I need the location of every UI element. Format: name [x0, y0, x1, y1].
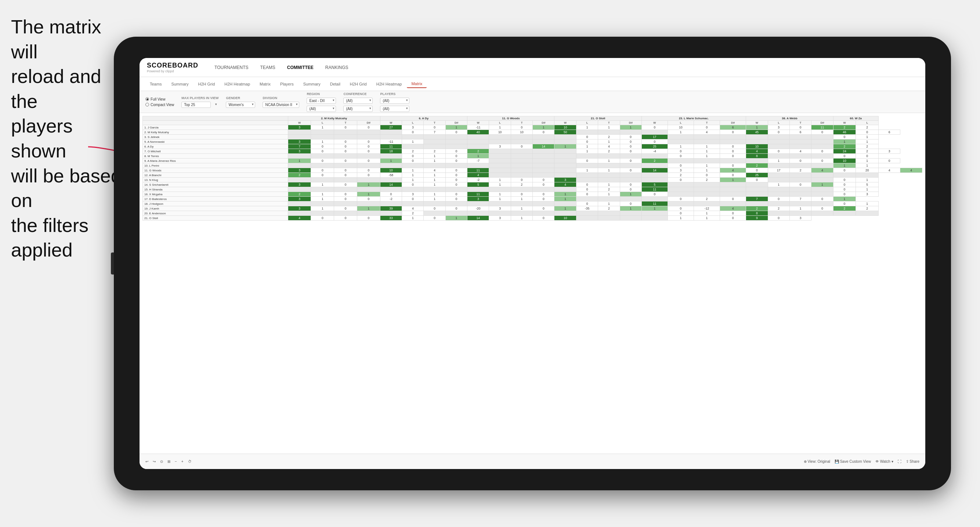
- matrix-cell: 3: [468, 197, 489, 202]
- matrix-cell: [334, 154, 357, 159]
- refresh-button[interactable]: ⊙: [160, 459, 163, 464]
- subnav-h2h-heatmap[interactable]: H2H Heatmap: [220, 80, 255, 88]
- matrix-cell: 0: [402, 197, 424, 202]
- view-options: Full View Compact View: [145, 97, 174, 107]
- matrix-cell: 14: [533, 144, 554, 149]
- sh-w4: W: [554, 121, 576, 125]
- matrix-cell: 0: [402, 159, 424, 163]
- nav-teams[interactable]: TEAMS: [255, 63, 280, 72]
- matrix-cell: [468, 163, 489, 168]
- matrix-cell: 7: [288, 144, 311, 149]
- matrix-cell: 8: [746, 154, 768, 159]
- logo-title: SCOREBOARD: [147, 62, 198, 69]
- matrix-cell: 1: [424, 159, 445, 163]
- sh-l7: L: [856, 121, 879, 125]
- player-name-cell: 14. S Srichantamit: [143, 183, 288, 187]
- matrix-cell: 0: [620, 140, 641, 144]
- sh-l1: L: [311, 121, 334, 125]
- timer-button[interactable]: ⏱: [188, 459, 192, 464]
- matrix-cell: 5: [641, 183, 668, 187]
- players-select[interactable]: (All): [380, 98, 409, 104]
- watch-button[interactable]: 👁 Watch ▾: [875, 459, 893, 464]
- subnav-summary2[interactable]: Summary: [299, 80, 325, 88]
- content-area[interactable]: 2. M Kelly Mulcahy 6. A Dy 11. G Woods 2…: [140, 113, 925, 454]
- subnav-players[interactable]: Players: [276, 80, 298, 88]
- matrix-cell: 0: [445, 130, 467, 135]
- matrix-cell: [533, 154, 554, 159]
- matrix-cell: 0: [641, 140, 668, 144]
- conference-select[interactable]: (All): [343, 98, 373, 104]
- zoom-out-button[interactable]: −: [175, 459, 177, 464]
- player-name-cell: 15. H Stranda: [143, 187, 288, 192]
- matrix-cell: [288, 130, 311, 135]
- matrix-cell: [288, 211, 311, 216]
- matrix-cell: [511, 159, 532, 163]
- subnav-summary[interactable]: Summary: [167, 80, 193, 88]
- subnav-detail[interactable]: Detail: [326, 80, 345, 88]
- matrix-cell: [489, 202, 511, 206]
- player-name-cell: 18. J Hodgson: [143, 202, 288, 206]
- region-sub-select[interactable]: (All): [307, 106, 336, 112]
- undo-button[interactable]: ↩: [145, 459, 148, 464]
- redo-button[interactable]: ↪: [153, 459, 156, 464]
- subnav-teams[interactable]: Teams: [145, 80, 166, 88]
- players-sub-select[interactable]: (All): [380, 106, 409, 112]
- subnav-h2h-grid2[interactable]: H2H Grid: [345, 80, 371, 88]
- matrix-cell: 1: [489, 178, 511, 183]
- full-view-radio[interactable]: [145, 97, 149, 101]
- share-button[interactable]: ⇪ Share: [906, 459, 920, 464]
- matrix-cell: 0: [720, 149, 746, 154]
- max-players-select[interactable]: Top 25: [181, 102, 211, 108]
- sub-navigation: Teams Summary H2H Grid H2H Heatmap Matri…: [140, 77, 925, 91]
- matrix-cell: 1: [576, 149, 598, 154]
- matrix-cell: [445, 211, 467, 216]
- matrix-cell: 0: [334, 206, 357, 211]
- matrix-cell: 1: [445, 216, 467, 221]
- subnav-matrix[interactable]: Matrix: [255, 80, 275, 88]
- zoom-fit-button[interactable]: ⊞: [167, 459, 170, 464]
- region-select[interactable]: East - DII: [307, 98, 336, 104]
- nav-committee[interactable]: COMMITTEE: [282, 63, 319, 72]
- subnav-h2h-grid[interactable]: H2H Grid: [194, 80, 219, 88]
- matrix-cell: 4: [746, 149, 768, 154]
- conference-sub-select[interactable]: (All): [343, 106, 373, 112]
- matrix-cell: 1: [789, 206, 811, 211]
- matrix-cell: [554, 211, 576, 216]
- division-select[interactable]: NCAA Division II: [262, 102, 299, 108]
- matrix-cell: [620, 173, 641, 178]
- matrix-cell: [746, 183, 768, 187]
- gender-select[interactable]: Women's: [226, 102, 255, 108]
- zoom-in-button[interactable]: +: [181, 459, 184, 464]
- save-custom-view-button[interactable]: 💾 Save Custom View: [835, 459, 871, 464]
- matrix-cell: [598, 173, 620, 178]
- matrix-cell: 0: [357, 125, 380, 130]
- matrix-cell: [620, 197, 641, 202]
- nav-tournaments[interactable]: TOURNAMENTS: [209, 63, 253, 72]
- matrix-cell: 2: [641, 159, 668, 163]
- matrix-cell: 11: [468, 168, 489, 173]
- compact-view-option[interactable]: Compact View: [145, 103, 174, 107]
- fullscreen-button[interactable]: ⛶: [898, 459, 901, 464]
- matrix-cell: 1: [554, 144, 576, 149]
- matrix-cell: 0: [311, 144, 334, 149]
- player-name-cell: 12. A Bianchi: [143, 173, 288, 178]
- player-name-cell: 21. O Stoll: [143, 216, 288, 221]
- matrix-cell: [445, 187, 467, 192]
- view-original-button[interactable]: ⊕ View: Original: [804, 459, 830, 464]
- subnav-h2h-heatmap2[interactable]: H2H Heatmap: [372, 80, 406, 88]
- full-view-option[interactable]: Full View: [145, 97, 174, 101]
- nav-rankings[interactable]: RANKINGS: [320, 63, 353, 72]
- matrix-cell: [554, 159, 576, 163]
- matrix-cell: [768, 173, 789, 178]
- matrix-cell: 0: [746, 168, 768, 173]
- matrix-cell: 0: [445, 178, 467, 183]
- matrix-cell: 0: [576, 192, 598, 197]
- subnav-matrix2[interactable]: Matrix: [407, 80, 427, 88]
- gender-label: Gender: [226, 96, 255, 100]
- matrix-cell: 0: [720, 197, 746, 202]
- matrix-cell: 4: [789, 149, 811, 154]
- compact-view-radio[interactable]: [145, 103, 149, 106]
- matrix-cell: [789, 163, 811, 168]
- table-row: 1. J Garcia310027301-1110110111010061301…: [143, 125, 922, 130]
- matrix-cell: [511, 168, 532, 173]
